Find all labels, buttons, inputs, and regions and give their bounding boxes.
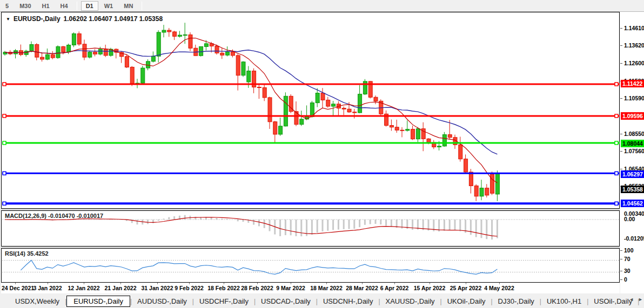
tab-eurusd-daily[interactable]: EURUSD-,Daily [66,296,130,307]
timeframe-button-d1[interactable]: D1 [81,1,98,11]
timeframe-button-h1[interactable]: H1 [37,1,55,11]
timeframe-button-5[interactable]: 5 [1,1,14,11]
macd-axis-label: 0.00 [624,216,635,222]
chart-window: ▼ EURUSD-,Daily 1.06202 1.06407 1.04917 … [1,12,620,293]
date-axis-label: 31 Jan 2022 [142,285,173,291]
time-tick-mark [257,283,258,284]
date-axis-label: 25 Apr 2022 [450,285,482,291]
axis-tick-mark [620,98,622,99]
price-line-chip: 1.06297 [621,170,644,178]
price-axis-label: 1.13620 [624,42,644,49]
tab-scroll-arrows: ◄ ► [629,297,643,302]
price-axis-label: 1.10590 [624,95,644,101]
axis-tick-mark [620,169,622,169]
toolbar-separator [77,2,77,10]
candlestick-chart[interactable] [2,13,620,209]
tab-scroll-right-icon[interactable]: ► [638,297,643,302]
rsi-label: RSI(14) 35.4252 [5,250,49,257]
rsi-axis-label: 30 [624,268,630,274]
price-axis-label: 1.07560 [624,148,644,154]
date-axis-label: 4 May 2022 [484,285,514,291]
axis-tick-mark [620,271,622,271]
tab-xauusd-daily[interactable]: XAUUSD-,Daily [380,296,440,306]
date-axis-label: 18 Mar 2022 [310,285,343,291]
price-axis-label: 1.12600 [624,60,644,66]
rsi-axis-label: 70 [624,256,630,262]
trading-app: { "toolbar": { "timeframes": [ {"label":… [0,0,644,308]
timeframe-button-m30[interactable]: M30 [15,1,36,11]
time-tick-mark [224,283,224,284]
time-tick-mark [15,283,16,284]
time-tick-mark [499,283,500,284]
axis-tick-mark [620,63,622,64]
price-axis-label: 1.08550 [624,131,644,137]
tab-usdx-weekly[interactable]: USDX,Weekly [10,296,65,306]
time-tick-mark [291,283,291,284]
axis-tick-mark [620,28,622,29]
date-axis-label: 12 Jan 2022 [68,285,100,291]
date-axis-label: 9 Mar 2022 [276,285,305,291]
date-axis-label: 6 Apr 2022 [380,285,409,291]
date-axis-label: 21 Jan 2022 [105,285,137,291]
time-tick-mark [120,283,121,284]
axis-tick-mark [620,151,622,152]
tab-usdchf-daily[interactable]: USDCHF-,Daily [194,296,254,306]
rsi-chart [2,249,620,283]
date-axis-label: 18 Feb 2022 [207,285,240,291]
macd-axis-label: -0.012058 [624,235,644,242]
tab-uk100-h1[interactable]: UK100-,H1 [541,296,587,306]
price-line-chip: 1.09596 [621,112,644,120]
timeframe-button-w1[interactable]: W1 [99,1,118,11]
rsi-axis-label: 0 [624,276,627,283]
chart-symbol-label: EURUSD-,Daily [14,15,61,23]
time-tick-mark [394,283,395,284]
toolbar-separator [142,2,142,10]
macd-label: MACD(12,26,9) -0.010470 -0.010017 [5,213,103,219]
time-tick-mark [362,283,363,284]
price-line-chip: 1.04562 [621,200,644,207]
axis-tick-mark [620,134,622,134]
axis-tick-mark [620,259,622,259]
timeframe-button-h4[interactable]: H4 [56,1,73,11]
axis-tick-mark [620,250,622,251]
axis-tick-mark [620,279,622,280]
date-axis-label: 9 Feb 2022 [175,285,204,291]
date-axis-label: 28 Feb 2022 [241,285,273,291]
tab-usdcad-daily[interactable]: USDCAD-,Daily [256,296,316,306]
macd-panel[interactable]: MACD(12,26,9) -0.010470 -0.010017 [1,210,620,247]
tab-audusd-daily[interactable]: AUDUSD-,Daily [132,296,192,306]
chart-ohlc-readout: 1.06202 1.06407 1.04917 1.05358 [64,15,163,23]
timeframe-button-mn[interactable]: MN [119,1,138,11]
price-axis-label: 1.14610 [624,25,644,31]
chart-tab-bar: USDX,Weekly|EURUSD-,Daily|AUDUSD-,Daily|… [0,295,644,308]
date-axis-label: 15 Apr 2022 [414,285,446,291]
date-axis-label: 24 Dec 2021 [2,285,34,291]
price-line-chip: 1.05358 [621,186,644,193]
tab-scroll-left-icon[interactable]: ◄ [629,297,634,302]
chart-title: ▼ EURUSD-,Daily 1.06202 1.06407 1.04917 … [6,15,163,23]
time-tick-mark [430,283,430,284]
time-tick-mark [326,283,327,284]
time-tick-mark [466,283,466,284]
price-line-chip: 1.08044 [621,140,644,147]
time-tick-mark [84,283,84,284]
timeframe-toolbar: 5M30H1H4D1W1MN [0,0,644,12]
time-tick-mark [48,283,48,284]
price-chart-panel[interactable]: ▼ EURUSD-,Daily 1.06202 1.06407 1.04917 … [1,12,620,209]
axis-tick-mark [620,45,622,46]
chart-dropdown-icon[interactable]: ▼ [6,17,10,22]
tab-ukoil-daily[interactable]: UKOil-,Daily [442,296,491,306]
tab-usdcnh-daily[interactable]: USDCNH-,Daily [318,296,378,306]
rsi-panel[interactable]: RSI(14) 35.4252 [1,248,620,283]
rsi-axis-label: 100 [624,247,634,254]
price-axis[interactable]: 1.146101.136201.126001.115801.105901.085… [620,12,644,293]
price-line-chip: 1.11422 [621,80,644,87]
time-tick-mark [189,283,190,284]
time-tick-mark [157,283,158,284]
date-axis-label: 28 Mar 2022 [346,285,378,291]
tab-dj30-daily[interactable]: DJ30-,Daily [493,296,540,306]
date-axis-label: 3 Jan 2022 [33,285,62,291]
time-axis[interactable]: 24 Dec 20213 Jan 202212 Jan 202221 Jan 2… [1,283,620,293]
